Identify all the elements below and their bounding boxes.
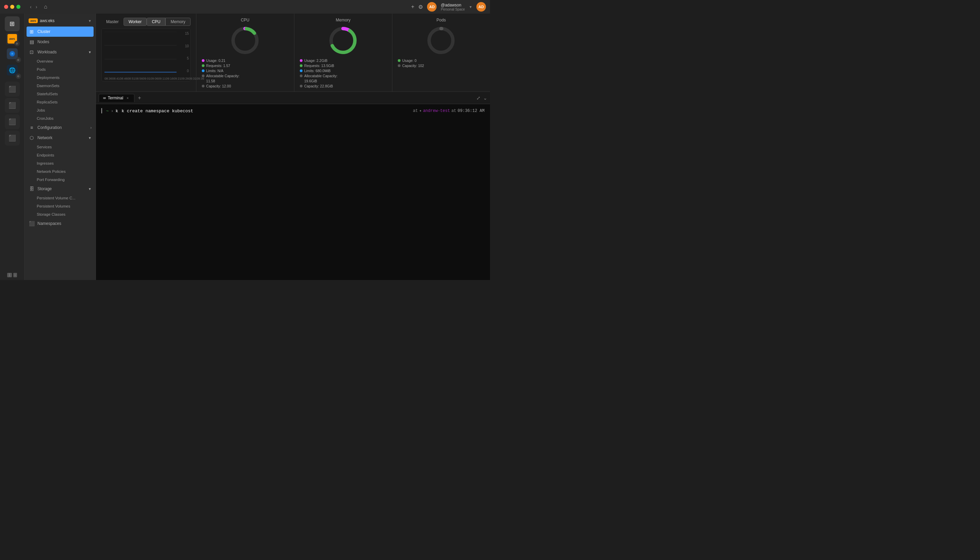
sidebar-item-daemonsets[interactable]: DaemonSets bbox=[25, 82, 96, 90]
settings-icon[interactable]: ⚙ bbox=[418, 4, 423, 10]
deployments-label: Deployments bbox=[37, 75, 60, 80]
sidebar-item-portforwarding[interactable]: Port Forwarding bbox=[25, 175, 96, 184]
back-button[interactable]: ‹ bbox=[28, 3, 33, 11]
sidebar-section-workloads[interactable]: ⊡ Workloads ▼ bbox=[25, 47, 96, 57]
network-label: Network bbox=[37, 135, 52, 140]
sidebar-section-configuration[interactable]: ≡ Configuration › bbox=[25, 122, 96, 133]
sidebar-item-pvc[interactable]: Persistent Volume C... bbox=[25, 194, 96, 202]
cluster-header[interactable]: aws aws:eks ▼ bbox=[25, 16, 96, 25]
network-chevron-icon: ▼ bbox=[88, 136, 92, 140]
x-label-0851: 08:51 bbox=[128, 77, 135, 80]
rail-box-icon[interactable]: ⬛ bbox=[5, 82, 20, 97]
user-dropdown-icon[interactable]: ▼ bbox=[469, 5, 472, 9]
pods-metric-panel: Pods Usage: 0 Capacity: 102 bbox=[392, 13, 490, 92]
icon-rail: ⊞ aws ⚙ ⚙ 🌐 ⚙ ⬛ ⬛ ⬛ ⬛ bbox=[0, 13, 25, 280]
page-arrow[interactable]: › bbox=[13, 273, 17, 277]
sidebar-item-pods[interactable]: Pods bbox=[25, 65, 96, 73]
sidebar-item-cluster[interactable]: ⊞ Cluster bbox=[27, 27, 93, 37]
memory-stat-allocatable-val: 19.6GiB bbox=[300, 79, 387, 83]
memory-capacity-label: Capacity: 22.8GiB bbox=[304, 84, 333, 88]
page-number: 1 bbox=[7, 273, 12, 277]
titlebar-navigation: ‹ › bbox=[28, 3, 38, 11]
tab-master[interactable]: Master bbox=[102, 18, 123, 25]
sidebar-item-pv[interactable]: Persistent Volumes bbox=[25, 202, 96, 210]
x-label-0936: 09:36 bbox=[196, 77, 204, 80]
memory-usage-label: Usage: 2.2GiB bbox=[304, 58, 327, 63]
tab-worker[interactable]: Worker bbox=[123, 18, 147, 26]
terminal-add-tab-button[interactable]: + bbox=[136, 95, 143, 101]
toggle-cpu[interactable]: CPU bbox=[147, 18, 165, 26]
terminal-context-gear: ✦ bbox=[419, 108, 422, 113]
terminal-tab-1[interactable]: ⌨ Terminal × bbox=[99, 94, 134, 102]
rail-grid-icon[interactable]: ⊞ bbox=[5, 16, 20, 31]
memory-requests-label: Requests: 13.5GiB bbox=[304, 63, 334, 68]
rail-box2-icon[interactable]: ⬛ bbox=[5, 98, 20, 113]
storageclasses-label: Storage Classes bbox=[37, 212, 65, 217]
sidebar-item-nodes[interactable]: ▤ Nodes bbox=[25, 37, 96, 47]
cluster-name: aws:eks bbox=[40, 18, 55, 23]
sidebar-item-ingresses[interactable]: Ingresses bbox=[25, 159, 96, 167]
memory-limits-label: Limits: 680.0MiB bbox=[304, 69, 331, 73]
terminal-prompt-icon: ⌨ bbox=[103, 96, 106, 101]
sidebar-item-storageclasses[interactable]: Storage Classes bbox=[25, 210, 96, 218]
memory-allocatable-value: 19.6GiB bbox=[304, 79, 317, 83]
terminal-tab-close[interactable]: × bbox=[125, 96, 130, 100]
network-icon: ⬡ bbox=[28, 135, 35, 140]
rail-google-icon[interactable]: 🌐 ⚙ bbox=[5, 63, 20, 78]
cpu-metric-title: CPU bbox=[241, 18, 250, 22]
x-label-0926: 09:26 bbox=[181, 77, 189, 80]
memory-allocatable-dot bbox=[300, 75, 303, 77]
user-info: @adawson Personal Space bbox=[441, 3, 465, 11]
terminal-collapse-button[interactable]: ⌄ bbox=[483, 95, 487, 101]
memory-stats: Usage: 2.2GiB Requests: 13.5GiB Limits: … bbox=[300, 58, 387, 88]
sidebar-item-overview[interactable]: Overview bbox=[25, 57, 96, 65]
sidebar-item-statefulsets[interactable]: StatefulSets bbox=[25, 90, 96, 98]
sidebar-item-replicasets[interactable]: ReplicaSets bbox=[25, 98, 96, 106]
sidebar-item-deployments[interactable]: Deployments bbox=[25, 73, 96, 82]
namespaces-icon: ⬛ bbox=[28, 221, 35, 226]
terminal-context-name: andrew-test bbox=[423, 108, 450, 113]
pvc-label: Persistent Volume C... bbox=[37, 196, 75, 200]
pods-capacity-label: Capacity: 102 bbox=[402, 63, 424, 68]
x-label-0841: 08:41 bbox=[112, 77, 120, 80]
sidebar-item-jobs[interactable]: Jobs bbox=[25, 106, 96, 114]
x-label-0856: 08:56 bbox=[135, 77, 143, 80]
terminal-tab-actions: ⤢ ⌄ bbox=[477, 95, 487, 101]
google-gear-icon: ⚙ bbox=[16, 73, 21, 79]
sidebar-item-services[interactable]: Services bbox=[25, 143, 96, 151]
terminal-body[interactable]: ▎ ~ › k k create namespace kubecost at ✦… bbox=[96, 104, 490, 280]
app-layout: ⊞ aws ⚙ ⚙ 🌐 ⚙ ⬛ ⬛ ⬛ ⬛ bbox=[0, 13, 490, 280]
sidebar-item-cronjobs[interactable]: CronJobs bbox=[25, 114, 96, 122]
forward-button[interactable]: › bbox=[34, 3, 39, 11]
cronjobs-label: CronJobs bbox=[37, 117, 53, 120]
sidebar-section-network[interactable]: ⬡ Network ▼ bbox=[25, 133, 96, 143]
cluster-badge: aws bbox=[28, 18, 38, 23]
memory-requests-dot bbox=[300, 64, 303, 67]
sidebar-item-networkpolicies[interactable]: Network Policies bbox=[25, 167, 96, 175]
sidebar-section-namespaces[interactable]: ⬛ Namespaces bbox=[25, 218, 96, 228]
rail-cluster-icon[interactable]: ⚙ bbox=[5, 46, 20, 61]
terminal-expand-button[interactable]: ⤢ bbox=[477, 95, 480, 101]
chart-tabs: Master Worker CPU Memory bbox=[102, 18, 190, 26]
add-icon[interactable]: + bbox=[411, 4, 414, 10]
cpu-limits-label: Limits: N/A bbox=[206, 69, 223, 73]
rail-box3-icon[interactable]: ⬛ bbox=[5, 114, 20, 129]
home-button[interactable]: ⌂ bbox=[44, 4, 47, 10]
user-space: Personal Space bbox=[441, 7, 465, 11]
workloads-chevron-icon: ▼ bbox=[88, 50, 92, 54]
toggle-memory[interactable]: Memory bbox=[165, 18, 190, 26]
rail-box4-icon[interactable]: ⬛ bbox=[5, 131, 20, 146]
user-avatar-large[interactable]: AD bbox=[477, 2, 486, 12]
y-label-0: 0 bbox=[185, 69, 189, 73]
sidebar-section-storage[interactable]: 🗄 Storage ▼ bbox=[25, 184, 96, 194]
cluster-chevron-icon: ▼ bbox=[88, 19, 92, 23]
maximize-button[interactable] bbox=[16, 5, 20, 9]
cpu-capacity-dot bbox=[202, 85, 205, 87]
y-label-5: 5 bbox=[185, 57, 189, 60]
close-button[interactable] bbox=[4, 5, 8, 9]
sidebar-item-endpoints[interactable]: Endpoints bbox=[25, 151, 96, 159]
cpu-usage-dot bbox=[202, 59, 205, 62]
svg-point-14 bbox=[429, 28, 453, 52]
services-label: Services bbox=[37, 145, 52, 149]
minimize-button[interactable] bbox=[10, 5, 14, 9]
